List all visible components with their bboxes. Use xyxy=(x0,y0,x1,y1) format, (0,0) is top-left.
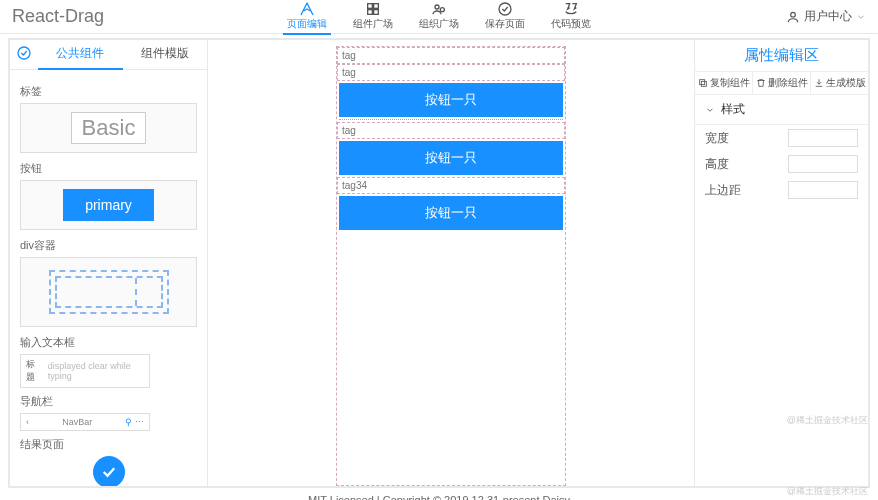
comp-div[interactable] xyxy=(20,257,197,327)
panel-title: 属性编辑区 xyxy=(695,40,868,71)
canvas[interactable]: tagtag按钮一只tag按钮一只tag34按钮一只 xyxy=(208,40,694,486)
nav-icon xyxy=(299,1,315,17)
nav-icon xyxy=(431,1,447,17)
svg-rect-9 xyxy=(701,81,706,86)
tab-template[interactable]: 组件模版 xyxy=(123,39,208,70)
nav-3[interactable]: 保存页面 xyxy=(481,0,529,35)
chevron-down-icon xyxy=(705,105,715,115)
logo: React-Drag xyxy=(12,6,104,27)
svg-rect-2 xyxy=(368,9,373,14)
nav-1[interactable]: 组件广场 xyxy=(349,0,397,35)
canvas-tag[interactable]: tag xyxy=(337,64,565,81)
component-list: 标签 Basic 按钮 primary div容器 输入文本框 标题displa… xyxy=(10,70,207,486)
nav-icon xyxy=(497,1,513,17)
nav-icon xyxy=(563,1,579,17)
svg-rect-3 xyxy=(374,9,379,14)
watermark: @稀土掘金技术社区 xyxy=(787,485,868,498)
main-area: 公共组件 组件模版 标签 Basic 按钮 primary div容器 输入文本… xyxy=(8,38,870,488)
top-nav: 页面编辑组件广场组织广场保存页面代码预览 xyxy=(283,0,595,35)
copy-icon xyxy=(698,78,708,88)
label-button: 按钮 xyxy=(20,161,197,176)
user-menu[interactable]: 用户中心 xyxy=(786,8,866,25)
nav-icon xyxy=(365,1,381,17)
watermark: @稀土掘金技术社区 xyxy=(787,414,868,427)
comp-result[interactable] xyxy=(93,456,125,486)
style-collapse[interactable]: 样式 xyxy=(695,95,868,125)
trash-icon xyxy=(756,78,766,88)
prop-margin-top-input[interactable] xyxy=(788,181,858,199)
svg-point-8 xyxy=(18,47,30,59)
svg-point-7 xyxy=(791,12,796,17)
svg-rect-10 xyxy=(699,80,704,85)
label-result: 结果页面 xyxy=(20,437,197,452)
user-icon xyxy=(786,10,800,24)
nav-0[interactable]: 页面编辑 xyxy=(283,0,331,35)
label-input: 输入文本框 xyxy=(20,335,197,350)
comp-tag[interactable]: Basic xyxy=(20,103,197,153)
canvas-root[interactable]: tagtag按钮一只tag按钮一只tag34按钮一只 xyxy=(336,46,566,486)
app-header: React-Drag 页面编辑组件广场组织广场保存页面代码预览 用户中心 xyxy=(0,0,878,34)
generate-button[interactable]: 生成模版 xyxy=(811,72,868,94)
nav-4[interactable]: 代码预览 xyxy=(547,0,595,35)
component-panel: 公共组件 组件模版 标签 Basic 按钮 primary div容器 输入文本… xyxy=(10,40,208,486)
comp-input[interactable]: 标题displayed clear while typing xyxy=(20,354,150,388)
canvas-tag[interactable]: tag xyxy=(337,47,565,64)
canvas-tag[interactable]: tag34 xyxy=(337,177,565,194)
svg-point-6 xyxy=(499,3,511,15)
footer: MIT Licensed | Copyright © 2019.12.31-pr… xyxy=(0,492,878,500)
svg-point-4 xyxy=(435,5,439,9)
svg-rect-0 xyxy=(368,3,373,8)
separator xyxy=(339,119,563,120)
chevron-down-icon xyxy=(856,12,866,22)
svg-rect-1 xyxy=(374,3,379,8)
canvas-tag[interactable]: tag xyxy=(337,122,565,139)
tab-public[interactable]: 公共组件 xyxy=(38,39,123,70)
prop-width-label: 宽度 xyxy=(705,130,788,147)
user-label: 用户中心 xyxy=(804,8,852,25)
svg-point-5 xyxy=(440,7,444,11)
prop-width-input[interactable] xyxy=(788,129,858,147)
comp-button[interactable]: primary xyxy=(20,180,197,230)
canvas-button[interactable]: 按钮一只 xyxy=(339,196,563,230)
sync-icon[interactable] xyxy=(10,45,38,64)
delete-button[interactable]: 删除组件 xyxy=(753,72,811,94)
canvas-button[interactable]: 按钮一只 xyxy=(339,83,563,117)
canvas-button[interactable]: 按钮一只 xyxy=(339,141,563,175)
nav-2[interactable]: 组织广场 xyxy=(415,0,463,35)
comp-navbar[interactable]: ‹NavBar⚲ ⋯ xyxy=(20,413,150,431)
prop-height-input[interactable] xyxy=(788,155,858,173)
download-icon xyxy=(814,78,824,88)
label-nav: 导航栏 xyxy=(20,394,197,409)
label-div: div容器 xyxy=(20,238,197,253)
prop-margin-top-label: 上边距 xyxy=(705,182,788,199)
prop-height-label: 高度 xyxy=(705,156,788,173)
label-tag: 标签 xyxy=(20,84,197,99)
copy-button[interactable]: 复制组件 xyxy=(695,72,753,94)
